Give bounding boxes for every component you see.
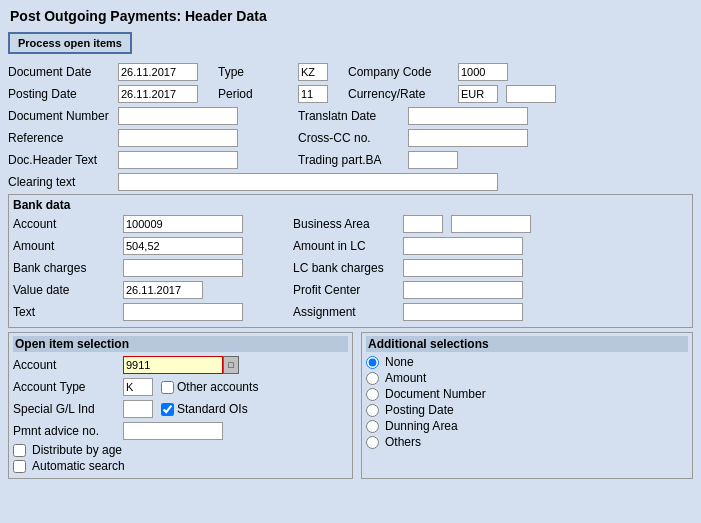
pmnt-advice-input[interactable] [123, 422, 223, 440]
profit-center-label: Profit Center [293, 283, 403, 297]
account-type-label: Account Type [13, 380, 123, 394]
open-item-section: Open item selection Account □ Account Ty… [8, 332, 353, 479]
doc-number-input[interactable] [118, 107, 238, 125]
distribute-by-age-label: Distribute by age [32, 443, 122, 457]
amount-label: Amount [13, 239, 123, 253]
cross-cc-label: Cross-CC no. [298, 131, 408, 145]
translatn-date-label: Translatn Date [298, 109, 408, 123]
document-number-label: Document Number [385, 387, 486, 401]
currency-input[interactable] [458, 85, 498, 103]
radio-document-number[interactable] [366, 388, 379, 401]
company-code-input[interactable] [458, 63, 508, 81]
title-bar: Post Outgoing Payments: Header Data [0, 0, 701, 28]
trading-part-label: Trading part.BA [298, 153, 408, 167]
text-input[interactable] [123, 303, 243, 321]
doc-header-input[interactable] [118, 151, 238, 169]
document-date-label: Document Date [8, 65, 118, 79]
document-date-input[interactable] [118, 63, 198, 81]
reference-input[interactable] [118, 129, 238, 147]
additional-title: Additional selections [366, 336, 688, 352]
toolbar: Process open items [0, 28, 701, 58]
open-item-title: Open item selection [13, 336, 348, 352]
clearing-text-label: Clearing text [8, 175, 118, 189]
amount-input[interactable] [123, 237, 243, 255]
posting-date-input[interactable] [118, 85, 198, 103]
bank-account-label: Account [13, 217, 123, 231]
business-area-extra-input[interactable] [451, 215, 531, 233]
radio-posting-date[interactable] [366, 404, 379, 417]
period-label: Period [218, 87, 298, 101]
others-label: Others [385, 435, 421, 449]
bank-charges-input[interactable] [123, 259, 243, 277]
dunning-area-label: Dunning Area [385, 419, 458, 433]
none-label: None [385, 355, 414, 369]
amount-lc-label: Amount in LC [293, 239, 403, 253]
other-accounts-label: Other accounts [177, 380, 258, 394]
business-area-input[interactable] [403, 215, 443, 233]
type-input[interactable] [298, 63, 328, 81]
account-type-input[interactable] [123, 378, 153, 396]
business-area-label: Business Area [293, 217, 403, 231]
text-label: Text [13, 305, 123, 319]
reference-label: Reference [8, 131, 118, 145]
lc-bank-charges-input[interactable] [403, 259, 523, 277]
radio-none[interactable] [366, 356, 379, 369]
posting-date-label: Posting Date [385, 403, 454, 417]
posting-date-label: Posting Date [8, 87, 118, 101]
process-open-items-button[interactable]: Process open items [8, 32, 132, 54]
radio-others[interactable] [366, 436, 379, 449]
distribute-by-age-checkbox[interactable] [13, 444, 26, 457]
trading-part-input[interactable] [408, 151, 458, 169]
automatic-search-checkbox[interactable] [13, 460, 26, 473]
bank-charges-label: Bank charges [13, 261, 123, 275]
value-date-input[interactable] [123, 281, 203, 299]
additional-section: Additional selections None Amount Docume… [361, 332, 693, 479]
oi-account-input[interactable] [123, 356, 223, 374]
special-gl-input[interactable] [123, 400, 153, 418]
page-title: Post Outgoing Payments: Header Data [10, 8, 267, 24]
doc-header-label: Doc.Header Text [8, 153, 118, 167]
oi-account-label: Account [13, 358, 123, 372]
standard-ois-checkbox[interactable] [161, 403, 174, 416]
lc-bank-charges-label: LC bank charges [293, 261, 403, 275]
type-label: Type [218, 65, 298, 79]
company-code-label: Company Code [348, 65, 458, 79]
search-icon[interactable]: □ [223, 356, 239, 374]
standard-ois-label: Standard OIs [177, 402, 248, 416]
doc-number-label: Document Number [8, 109, 118, 123]
assignment-input[interactable] [403, 303, 523, 321]
special-gl-label: Special G/L Ind [13, 402, 123, 416]
bank-data-header: Bank data [13, 198, 688, 212]
bank-account-input[interactable] [123, 215, 243, 233]
clearing-text-input[interactable] [118, 173, 498, 191]
assignment-label: Assignment [293, 305, 403, 319]
pmnt-advice-label: Pmnt advice no. [13, 424, 123, 438]
amount-label: Amount [385, 371, 426, 385]
period-input[interactable] [298, 85, 328, 103]
automatic-search-label: Automatic search [32, 459, 125, 473]
other-accounts-checkbox[interactable] [161, 381, 174, 394]
value-date-label: Value date [13, 283, 123, 297]
currency-extra-input[interactable] [506, 85, 556, 103]
translatn-date-input[interactable] [408, 107, 528, 125]
currency-rate-label: Currency/Rate [348, 87, 458, 101]
profit-center-input[interactable] [403, 281, 523, 299]
radio-amount[interactable] [366, 372, 379, 385]
amount-lc-input[interactable] [403, 237, 523, 255]
radio-dunning-area[interactable] [366, 420, 379, 433]
cross-cc-input[interactable] [408, 129, 528, 147]
